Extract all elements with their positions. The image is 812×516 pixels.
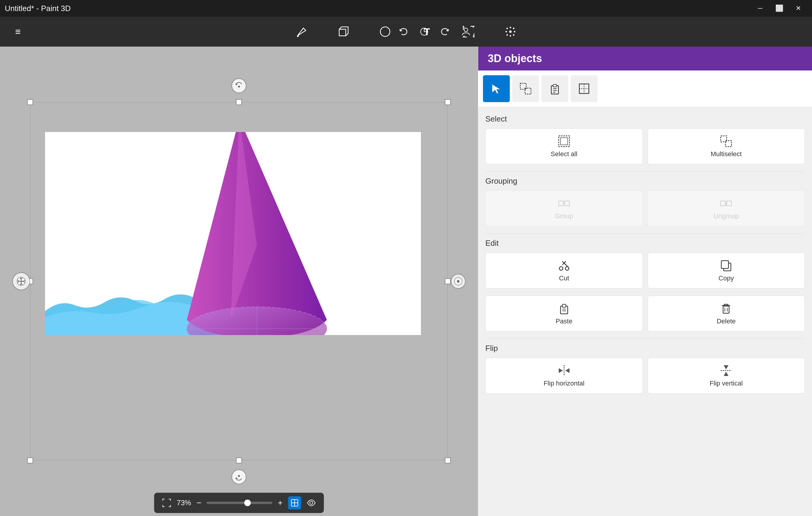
flip-horizontal-label: Flip horizontal	[544, 380, 584, 387]
flip-horizontal-button[interactable]: Flip horizontal	[485, 358, 643, 393]
select-btn-row: Select all Multiselect	[485, 128, 805, 164]
panel-title: 3D objects	[488, 52, 542, 65]
zoom-out-button[interactable]: −	[195, 498, 203, 508]
history-button[interactable]	[415, 23, 433, 40]
hamburger-menu-button[interactable]: ≡	[6, 20, 30, 44]
svg-point-14	[464, 28, 468, 32]
3d-rotate-handle[interactable]: 9	[451, 274, 466, 289]
close-button[interactable]: ✕	[789, 2, 807, 14]
svg-point-7	[505, 31, 507, 32]
select-tool-button[interactable]	[483, 75, 510, 102]
paste-special-tool-button[interactable]	[542, 75, 568, 102]
cut-icon	[557, 259, 571, 272]
2d-shapes-tool-button[interactable]	[373, 20, 397, 44]
divider-1	[485, 171, 805, 172]
copy-button[interactable]: Copy	[648, 253, 805, 289]
delete-label: Delete	[717, 318, 736, 325]
transform-tool-button[interactable]	[571, 75, 598, 102]
zoom-in-button[interactable]: +	[276, 498, 284, 508]
3d-cone	[158, 132, 355, 335]
select-all-icon	[557, 135, 571, 148]
svg-rect-44	[565, 201, 570, 206]
svg-rect-47	[727, 201, 731, 206]
flip-btn-row: Flip horizontal Flip vertical	[485, 358, 805, 393]
multiselect-icon	[720, 135, 733, 148]
people-button[interactable]	[457, 23, 475, 40]
group-button[interactable]: Group	[485, 191, 643, 226]
grouping-section: Grouping Group	[485, 176, 805, 226]
svg-point-28	[310, 501, 313, 504]
undo-button[interactable]	[394, 23, 412, 40]
handle-bottom-center[interactable]	[236, 458, 242, 463]
flip-section: Flip Flip horizontal	[485, 344, 805, 393]
right-panel: 3D objects	[478, 47, 812, 516]
handle-bottom-left[interactable]	[27, 458, 33, 463]
edit-btn-row-1: Cut Copy	[485, 253, 805, 289]
maximize-button[interactable]: ⬜	[770, 2, 788, 14]
redo-button[interactable]	[436, 23, 454, 40]
svg-rect-32	[553, 84, 557, 87]
svg-rect-40	[560, 138, 568, 145]
multiselect-button[interactable]: Multiselect	[648, 128, 805, 164]
select-all-label: Select all	[551, 150, 577, 158]
edit-section: Edit Cut	[485, 239, 805, 331]
group-label: Group	[555, 212, 573, 220]
select-all-button[interactable]: Select all	[485, 128, 643, 164]
svg-point-9	[506, 28, 508, 29]
select-section: Select Select all Mult	[485, 114, 805, 164]
eye-button[interactable]	[304, 496, 318, 510]
handle-top-left[interactable]	[27, 99, 33, 105]
copy-label: Copy	[719, 274, 734, 282]
grouping-label: Grouping	[485, 176, 805, 186]
zoom-percent: 73%	[177, 499, 191, 507]
rotate-handle-bottom[interactable]	[231, 469, 246, 484]
divider-3	[485, 338, 805, 339]
svg-point-11	[513, 28, 515, 29]
zoom-slider[interactable]	[207, 502, 272, 504]
titlebar-controls: ─ ⬜ ✕	[751, 2, 807, 14]
delete-icon	[720, 302, 733, 315]
minimize-button[interactable]: ─	[751, 2, 769, 14]
svg-rect-43	[559, 201, 563, 206]
flip-vertical-button[interactable]: Flip vertical	[648, 358, 805, 393]
grouping-btn-row: Group Ungroup	[485, 191, 805, 226]
edit-label: Edit	[485, 239, 805, 248]
select-label: Select	[485, 114, 805, 124]
panel-header: 3D objects	[478, 47, 812, 71]
paste-button[interactable]: Paste	[485, 296, 643, 331]
ungroup-label: Ungroup	[714, 212, 738, 220]
titlebar: Untitled* - Paint 3D ─ ⬜ ✕	[0, 0, 812, 17]
handle-bottom-right[interactable]	[445, 458, 451, 463]
delete-button[interactable]: Delete	[648, 296, 805, 331]
handle-middle-right[interactable]	[445, 278, 451, 284]
cut-button[interactable]: Cut	[485, 253, 643, 289]
svg-point-24	[238, 475, 240, 477]
effects-tool-button[interactable]	[498, 20, 522, 44]
rotate-handle-top[interactable]	[231, 78, 246, 93]
ungroup-button[interactable]: Ungroup	[648, 191, 805, 226]
svg-point-12	[506, 34, 508, 36]
flip-horizontal-icon	[557, 364, 571, 377]
selection-container: 9	[30, 102, 448, 460]
brushes-tool-button[interactable]	[290, 20, 314, 44]
multiselect-tool-button[interactable]	[512, 75, 539, 102]
3d-shapes-tool-button[interactable]	[331, 20, 355, 44]
svg-rect-55	[721, 261, 728, 268]
svg-point-5	[510, 27, 511, 28]
edit-btn-row-2: Paste Delete	[485, 296, 805, 331]
main-area: ?	[0, 47, 812, 516]
svg-rect-60	[723, 306, 729, 313]
fit-canvas-button[interactable]	[160, 496, 173, 510]
svg-point-4	[509, 30, 512, 33]
3d-move-handle[interactable]	[12, 272, 30, 290]
panel-content: Select Select all Mult	[478, 107, 812, 516]
svg-point-50	[559, 267, 563, 270]
group-icon	[557, 197, 571, 210]
paste-label: Paste	[556, 318, 573, 325]
copy-icon	[720, 259, 733, 272]
handle-top-right[interactable]	[445, 99, 451, 105]
handle-top-center[interactable]	[236, 99, 242, 105]
titlebar-left: Untitled* - Paint 3D	[5, 4, 71, 13]
canvas-area: 9 73% −	[0, 47, 478, 516]
view-mode-button[interactable]	[288, 496, 301, 510]
